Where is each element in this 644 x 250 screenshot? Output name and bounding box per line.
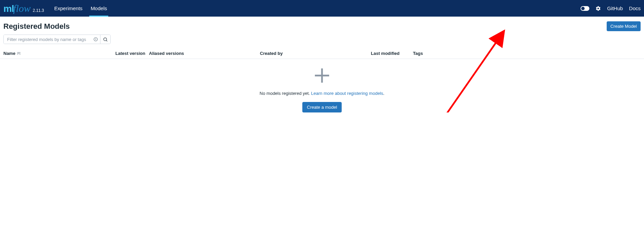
sort-asc-icon <box>17 51 21 56</box>
column-name-label: Name <box>3 51 15 56</box>
toggle-knob <box>581 7 585 10</box>
empty-text-period: . <box>383 91 384 96</box>
nav-tabs: Experiments Models <box>50 0 111 17</box>
header-left: ml flow 2.11.3 Experiments Models <box>3 0 111 17</box>
filter-group <box>3 35 111 44</box>
filter-row <box>0 35 644 48</box>
filter-input[interactable] <box>4 35 93 44</box>
info-icon-wrap <box>93 35 100 44</box>
github-link[interactable]: GitHub <box>607 5 623 11</box>
empty-text: No models registered yet. Learn more abo… <box>260 91 384 96</box>
create-model-button[interactable]: Create Model <box>607 21 641 31</box>
page-title: Registered Models <box>3 22 70 31</box>
svg-point-3 <box>104 38 107 41</box>
page-header: Registered Models Create Model <box>0 17 644 35</box>
header-right: GitHub Docs <box>581 5 641 11</box>
empty-text-prefix: No models registered yet. <box>260 91 311 96</box>
learn-more-link[interactable]: Learn more about registering models <box>311 91 383 96</box>
column-name[interactable]: Name <box>3 51 115 56</box>
gear-icon[interactable] <box>595 6 601 11</box>
column-aliased-versions[interactable]: Aliased versions <box>149 51 260 56</box>
column-created-by[interactable]: Created by <box>260 51 371 56</box>
tab-models[interactable]: Models <box>87 0 111 17</box>
column-latest-version[interactable]: Latest version <box>115 51 149 56</box>
table-header: Name Latest version Aliased versions Cre… <box>0 48 644 59</box>
tab-experiments[interactable]: Experiments <box>50 0 87 17</box>
column-tags[interactable]: Tags <box>413 51 641 56</box>
theme-toggle[interactable] <box>581 6 589 11</box>
docs-link[interactable]: Docs <box>629 5 641 11</box>
create-a-model-button[interactable]: Create a model <box>302 102 342 112</box>
plus-icon <box>314 67 330 84</box>
logo-flow-text: flow <box>13 3 31 14</box>
svg-point-2 <box>96 38 96 39</box>
empty-state: No models registered yet. Learn more abo… <box>0 59 644 112</box>
logo-ml-text: ml <box>3 3 14 14</box>
logo-version: 2.11.3 <box>33 8 44 14</box>
search-icon <box>103 37 108 42</box>
column-last-modified[interactable]: Last modified <box>371 51 413 56</box>
svg-line-4 <box>106 40 107 41</box>
search-button[interactable] <box>100 35 110 44</box>
mlflow-logo[interactable]: ml flow 2.11.3 <box>3 3 44 14</box>
info-icon[interactable] <box>93 37 98 42</box>
app-header: ml flow 2.11.3 Experiments Models GitHub… <box>0 0 644 17</box>
